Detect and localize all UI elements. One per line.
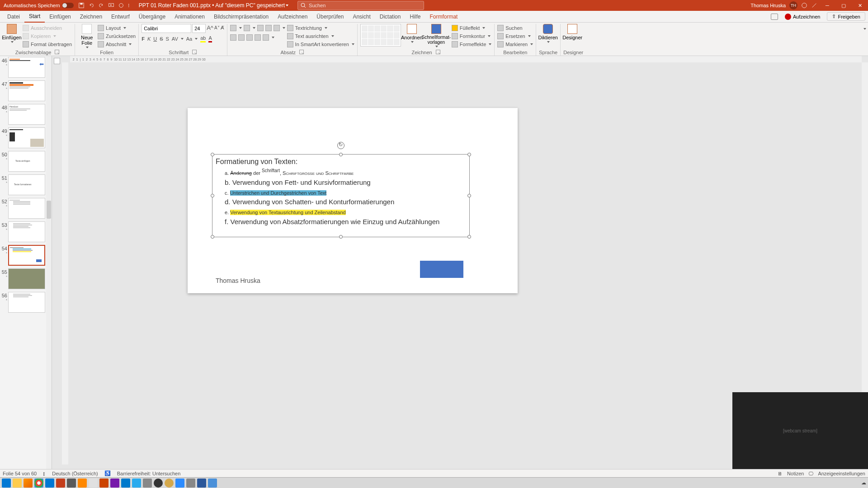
layout-button[interactable]: Layout [98,24,136,32]
qat-more-icon[interactable]: ⁝ [128,3,130,9]
shape-icon[interactable] [368,25,374,32]
align-justify-button[interactable] [255,33,261,41]
tab-formformat[interactable]: Formformat [425,11,462,23]
shape-icon[interactable] [362,25,368,32]
increase-font-button[interactable]: A^ [207,24,213,32]
paste-button[interactable]: Einfügen [3,24,21,43]
touch-mode-icon[interactable] [118,2,124,9]
shapes-gallery[interactable] [360,24,401,47]
shape-icon[interactable] [374,25,380,32]
line-spacing-button[interactable] [274,24,285,32]
tab-zeichnen[interactable]: Zeichnen [75,11,107,23]
shape-icon[interactable] [381,25,387,32]
format-painter-button[interactable]: Format übertragen [23,40,72,48]
shape-icon[interactable] [381,39,387,45]
section-button[interactable]: Abschnitt [98,40,136,48]
align-left-button[interactable] [230,33,236,41]
shape-icon[interactable] [381,32,387,38]
tab-einfuegen[interactable]: Einfügen [45,11,75,23]
toggle-switch[interactable] [62,3,74,8]
replace-button[interactable]: Ersetzen [497,32,533,40]
shape-icon[interactable] [362,32,368,38]
title-dropdown-icon[interactable] [286,5,288,6]
smartart-button[interactable]: In SmartArt konvertieren [287,40,354,48]
align-text-button[interactable]: Text ausrichten [287,32,354,40]
search-box[interactable]: Suchen [297,1,424,10]
align-center-button[interactable] [238,33,245,41]
tab-hilfe[interactable]: Hilfe [405,11,425,23]
tab-start[interactable]: Start [24,11,45,23]
font-color-button[interactable]: A [208,35,212,42]
tab-uebergaenge[interactable]: Übergänge [134,11,170,23]
shape-icon[interactable] [374,32,380,38]
dialog-launcher-icon[interactable] [192,50,197,54]
font-family-input[interactable]: Calibri [142,24,191,33]
new-slide-button[interactable]: Neue Folie [78,24,96,48]
comments-icon[interactable] [771,14,778,20]
user-avatar[interactable]: TH [789,1,797,9]
record-button[interactable]: Aufzeichnen [781,12,825,21]
reset-button[interactable]: Zurücksetzen [98,32,136,40]
dialog-launcher-icon[interactable] [436,50,440,54]
minimize-button[interactable]: ─ [821,0,834,11]
shape-icon[interactable] [387,25,393,32]
slideshow-icon[interactable] [108,2,114,9]
underline-button[interactable]: U [153,35,157,42]
pen-icon[interactable] [811,2,817,9]
designer-button[interactable]: Designer [563,24,581,40]
italic-button[interactable]: K [147,35,151,42]
quickstyles-button[interactable]: Schnellformat- vorlagen [423,24,450,47]
text-direction-button[interactable]: Textrichtung [287,24,354,32]
change-case-button[interactable]: Aa [186,35,198,42]
find-button[interactable]: Suchen [497,24,533,32]
tab-animationen[interactable]: Animationen [170,11,209,23]
char-spacing-button[interactable]: AV [172,35,184,42]
shape-outline-button[interactable]: Formkontur [452,32,492,40]
shape-icon[interactable] [362,39,368,45]
redo-icon[interactable] [98,2,104,9]
shape-icon[interactable] [394,32,400,38]
tab-aufzeichnen[interactable]: Aufzeichnen [273,11,312,23]
clear-formatting-button[interactable]: A̸ [221,24,224,32]
shape-icon[interactable] [387,32,393,38]
maximize-button[interactable]: ▢ [837,0,850,11]
bold-button[interactable]: F [142,35,145,42]
collapse-ribbon-button[interactable] [861,24,868,56]
align-right-button[interactable] [246,33,253,41]
dialog-launcher-icon[interactable] [55,50,59,54]
shape-fill-button[interactable]: Fülleffekt [452,24,492,32]
close-button[interactable]: ✕ [854,0,866,11]
dictate-button[interactable]: Diktieren [539,24,557,43]
increase-indent-button[interactable] [265,24,272,32]
coming-soon-icon[interactable] [801,2,807,9]
bullets-button[interactable] [230,24,242,32]
undo-icon[interactable] [88,2,94,9]
tab-datei[interactable]: Datei [3,11,24,23]
share-button[interactable]: ⇧Freigeben [827,12,865,21]
document-title[interactable]: PPT 01 Roter Faden 001.pptx • Auf "diese… [139,2,285,9]
shape-icon[interactable] [387,39,393,45]
columns-button[interactable] [263,33,274,41]
decrease-font-button[interactable]: A˅ [214,24,220,32]
shape-icon[interactable] [368,39,374,45]
arrange-button[interactable]: Anordnen [403,24,421,43]
highlight-color-button[interactable]: ab [200,35,206,42]
autosave-toggle[interactable]: Automatisches Speichern [4,3,74,8]
shape-icon[interactable] [394,39,400,45]
select-button[interactable]: Markieren [497,40,533,48]
save-icon[interactable] [78,2,85,9]
text-shadow-button[interactable]: S [166,35,169,42]
tab-entwurf[interactable]: Entwurf [107,11,134,23]
strikethrough-button[interactable]: S [160,35,163,42]
font-size-input[interactable]: 24 [192,24,206,33]
shape-icon[interactable] [368,32,374,38]
tab-ansicht[interactable]: Ansicht [348,11,375,23]
dialog-launcher-icon[interactable] [299,50,304,54]
shape-icon[interactable] [394,25,400,32]
tab-dictation[interactable]: Dictation [375,11,406,23]
tab-ueberpruefen[interactable]: Überprüfen [312,11,348,23]
tab-bildschirmpraesentation[interactable]: Bildschirmpräsentation [209,11,273,23]
shape-effects-button[interactable]: Formeffekte [452,40,492,48]
shape-icon[interactable] [374,39,380,45]
user-name-label[interactable]: Thomas Hruska [750,3,786,8]
